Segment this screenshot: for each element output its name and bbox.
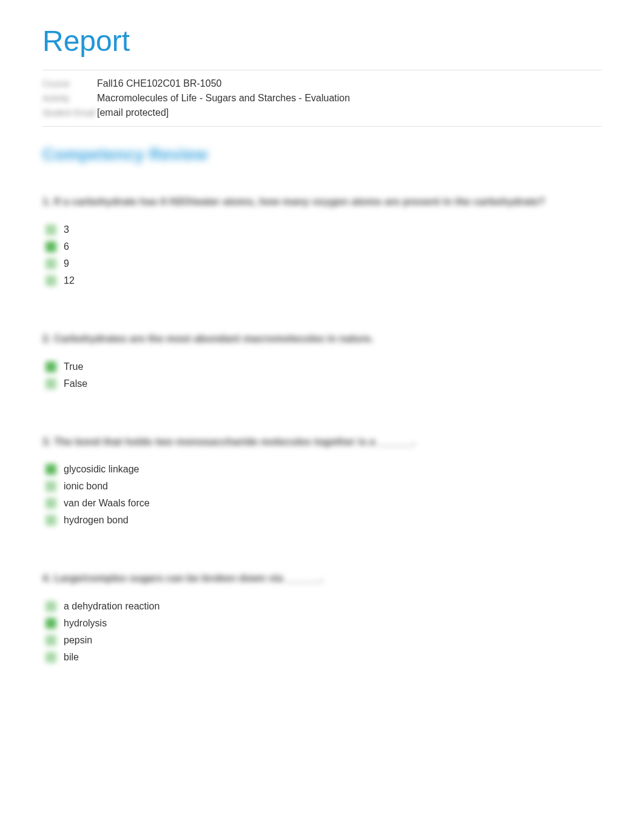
option-text: 3 xyxy=(64,224,69,235)
option-text: glycosidic linkage xyxy=(64,464,139,475)
option-checkbox[interactable] xyxy=(45,241,56,252)
option-row[interactable]: False xyxy=(45,375,602,392)
question-block: 3. The bond that holds two monosaccharid… xyxy=(42,435,602,529)
option-row[interactable]: 3 xyxy=(45,221,602,238)
option-text: 9 xyxy=(64,258,69,269)
option-text: 12 xyxy=(64,275,75,286)
option-checkbox[interactable] xyxy=(45,258,56,269)
question-block: 2. Carbohydrates are the most abundant m… xyxy=(42,332,602,392)
option-row[interactable]: 6 xyxy=(45,238,602,255)
option-row[interactable]: hydrolysis xyxy=(45,615,602,632)
meta-label: Student Email xyxy=(42,108,97,118)
option-checkbox[interactable] xyxy=(45,635,56,646)
option-row[interactable]: True xyxy=(45,358,602,375)
option-checkbox[interactable] xyxy=(45,224,56,235)
option-checkbox[interactable] xyxy=(45,481,56,492)
page-title: Report xyxy=(42,24,602,58)
option-checkbox[interactable] xyxy=(45,515,56,526)
option-text: hydrogen bond xyxy=(64,515,129,526)
option-row[interactable]: pepsin xyxy=(45,632,602,649)
meta-row-activity: Activity Macromolecules of Life - Sugars… xyxy=(42,91,602,106)
option-text: True xyxy=(64,361,83,372)
meta-value-activity: Macromolecules of Life - Sugars and Star… xyxy=(97,93,350,104)
meta-label: Course xyxy=(42,79,97,89)
option-row[interactable]: bile xyxy=(45,649,602,666)
option-checkbox[interactable] xyxy=(45,618,56,629)
questions-container: 1. If a carbohydrate has 6 H2O/water ato… xyxy=(42,195,602,666)
question-text: 4. Large/complex sugars can be broken do… xyxy=(42,571,602,586)
option-text: hydrolysis xyxy=(64,618,107,629)
option-checkbox[interactable] xyxy=(45,378,56,389)
option-row[interactable]: 12 xyxy=(45,272,602,289)
meta-value-course: Fall16 CHE102C01 BR-1050 xyxy=(97,78,221,89)
meta-row-course: Course Fall16 CHE102C01 BR-1050 xyxy=(42,76,602,91)
option-text: ionic bond xyxy=(64,481,108,492)
option-row[interactable]: hydrogen bond xyxy=(45,512,602,529)
option-text: pepsin xyxy=(64,635,92,646)
question-block: 1. If a carbohydrate has 6 H2O/water ato… xyxy=(42,195,602,289)
option-row[interactable]: van der Waals force xyxy=(45,495,602,512)
meta-value-email: [email protected] xyxy=(97,107,169,118)
meta-label: Activity xyxy=(42,93,97,103)
option-checkbox[interactable] xyxy=(45,464,56,475)
option-checkbox[interactable] xyxy=(45,361,56,372)
question-text: 1. If a carbohydrate has 6 H2O/water ato… xyxy=(42,195,602,209)
option-text: van der Waals force xyxy=(64,498,150,509)
section-header: Competency Review xyxy=(42,145,602,164)
option-row[interactable]: glycosidic linkage xyxy=(45,461,602,478)
option-row[interactable]: 9 xyxy=(45,255,602,272)
option-checkbox[interactable] xyxy=(45,652,56,663)
question-block: 4. Large/complex sugars can be broken do… xyxy=(42,571,602,666)
option-text: a dehydration reaction xyxy=(64,601,159,612)
meta-row-email: Student Email [email protected] xyxy=(42,106,602,120)
option-text: 6 xyxy=(64,241,69,252)
option-checkbox[interactable] xyxy=(45,498,56,509)
question-text: 3. The bond that holds two monosaccharid… xyxy=(42,435,602,449)
option-row[interactable]: a dehydration reaction xyxy=(45,598,602,615)
option-row[interactable]: ionic bond xyxy=(45,478,602,495)
option-text: False xyxy=(64,378,87,389)
option-checkbox[interactable] xyxy=(45,275,56,286)
question-text: 2. Carbohydrates are the most abundant m… xyxy=(42,332,602,346)
option-text: bile xyxy=(64,652,79,663)
option-checkbox[interactable] xyxy=(45,601,56,612)
meta-section: Course Fall16 CHE102C01 BR-1050 Activity… xyxy=(42,70,602,127)
